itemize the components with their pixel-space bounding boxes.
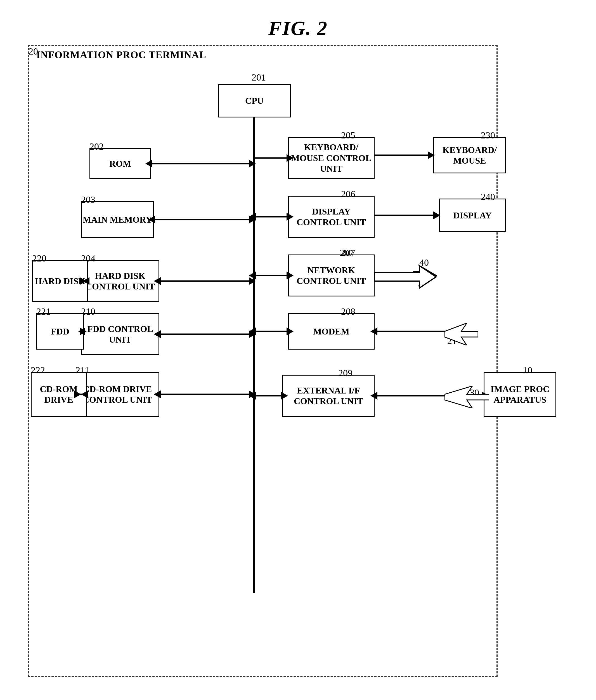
external-if-block: EXTERNAL I/F CONTROL UNIT xyxy=(282,375,374,417)
ref-202: 202 xyxy=(89,141,104,152)
display-block: DISPLAY xyxy=(439,199,506,232)
ref-30: 30 xyxy=(470,388,479,398)
cdrom-drive-block: CD-ROM DRIVE xyxy=(31,372,87,417)
ref-207-label: 207 xyxy=(340,248,354,258)
ref-40: 40 xyxy=(419,257,429,268)
cpu-block: CPU xyxy=(218,84,291,118)
ref-220: 220 xyxy=(32,253,46,264)
keyboard-cu-block: KEYBOARD/ MOUSE CONTROL UNIT xyxy=(288,137,374,179)
fdd-block: FDD xyxy=(36,313,84,350)
hard-disk-block: HARD DISK xyxy=(32,260,88,302)
hard-disk-cu-block: HARD DISK CONTROL UNIT xyxy=(81,260,159,302)
rom-block: ROM xyxy=(89,148,151,179)
ref-209: 209 xyxy=(338,368,353,378)
network-cu-block: NETWORK CONTROL UNIT xyxy=(288,254,374,296)
ref-240: 240 xyxy=(481,192,495,202)
ref-230: 230 xyxy=(481,130,495,141)
ref-20: 20 xyxy=(28,46,38,57)
ref-206: 206 xyxy=(341,189,355,199)
ref-201: 201 xyxy=(252,72,266,83)
modem-block: MODEM xyxy=(288,313,374,350)
ref-205: 205 xyxy=(341,130,355,141)
cdrom-cu-block: CD-ROM DRIVE CONTROL UNIT xyxy=(76,372,159,417)
display-cu-block: DISPLAY CONTROL UNIT xyxy=(288,196,374,238)
keyboard-mouse-block: KEYBOARD/ MOUSE xyxy=(433,137,506,173)
image-proc-block: IMAGE PROC APPARATUS xyxy=(484,372,556,417)
page-title: FIG. 2 xyxy=(268,17,328,40)
vertical-bus xyxy=(253,118,255,593)
ref-208: 208 xyxy=(341,306,355,317)
ref-203: 203 xyxy=(81,194,95,205)
main-box-label: INFORMATION PROC TERMINAL xyxy=(36,49,206,61)
fdd-cu-block: FDD CONTROL UNIT xyxy=(81,313,159,355)
ref-21: 21 xyxy=(447,335,457,346)
ref-10: 10 xyxy=(523,365,532,376)
ref-222: 222 xyxy=(31,365,45,376)
main-terminal-box xyxy=(28,45,498,677)
main-memory-block: MAIN MEMORY xyxy=(81,201,154,238)
ref-221: 221 xyxy=(36,306,51,317)
